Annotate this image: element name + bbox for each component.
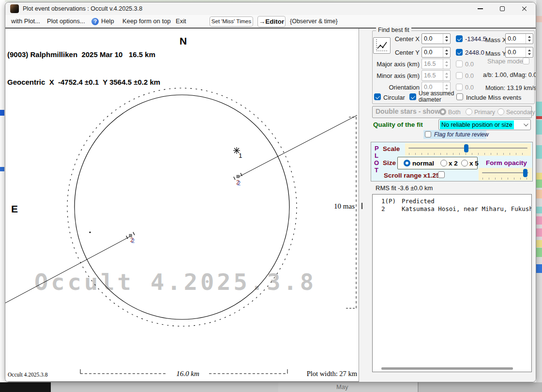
observer-name: Predicted	[402, 197, 435, 205]
title-bar: Plot event observations : Occult v.4.202…	[5, 2, 536, 15]
menu-plot-options[interactable]: Plot options...	[47, 17, 85, 25]
predicted-label: 1	[239, 152, 242, 159]
mass-y-value[interactable]: 0.0	[506, 47, 526, 57]
app-icon	[10, 4, 19, 13]
fit-center-x-checkbox[interactable]	[456, 35, 463, 42]
plot-header: (9003) Ralphmilliken 2025 Mar 10 16.5 km…	[7, 31, 160, 105]
background-app-sliver	[536, 190, 542, 198]
mass-x-input[interactable]: 0.0	[505, 33, 533, 44]
center-x-value[interactable]: 0.0	[422, 34, 443, 44]
footer-version: Occult 4.2025.3.8	[8, 372, 48, 377]
menu-exit[interactable]: Exit	[176, 17, 186, 25]
include-miss-events-checkbox[interactable]	[456, 93, 463, 100]
observer-row[interactable]: 2Katsumasa Hosoi, near Miharu, Fukushima	[381, 205, 532, 212]
error-bar-tick	[234, 177, 235, 180]
fit-major-axis-checkbox[interactable]	[456, 60, 463, 67]
minimize-button[interactable]	[469, 2, 491, 15]
size-label: Size	[383, 159, 396, 166]
center-y-label: Center Y	[389, 49, 420, 56]
set-miss-times-button[interactable]: Set 'Miss' Times	[210, 16, 253, 27]
scale-label: Scale	[383, 145, 400, 152]
background-app-sliver	[536, 16, 542, 22]
background-app-sliver	[536, 102, 542, 116]
mass-x-label: Mass X	[485, 36, 506, 44]
center-y-value[interactable]: 0.0	[422, 47, 443, 57]
center-x-label: Center X	[389, 35, 420, 43]
menu-keep-on-top[interactable]: Keep form on top	[122, 17, 171, 25]
spin-down-icon[interactable]	[528, 40, 531, 42]
fit-orientation-checkbox[interactable]	[456, 84, 463, 90]
slider-thumb[interactable]	[523, 169, 527, 177]
minor-axis-input[interactable]: 16.5	[422, 70, 451, 81]
observer-row[interactable]: 1(P)Predicted	[381, 197, 435, 205]
background-app-sliver	[536, 120, 542, 135]
major-axis-value: 16.5	[422, 59, 443, 69]
plot-letter-o: O	[374, 159, 379, 166]
double-stars-both-radio[interactable]	[439, 108, 446, 115]
center-y-input[interactable]: 0.0	[422, 47, 451, 58]
flag-review-label: Flag for future review	[434, 131, 489, 138]
slider-track	[482, 172, 528, 173]
menu-with-plot[interactable]: with Plot...	[11, 17, 40, 25]
background-strip-left	[0, 0, 5, 382]
observer-name: Katsumasa Hosoi, near Miharu, Fukushima	[402, 205, 532, 212]
form-opacity-slider[interactable]	[479, 168, 532, 181]
spin-down-icon[interactable]	[445, 40, 448, 42]
size-x2-radio[interactable]	[440, 160, 447, 166]
scroll-range-checkbox[interactable]	[438, 171, 445, 178]
rms-fit-label: RMS fit -3.6 ±0.0 km	[376, 184, 433, 192]
center-x-input[interactable]: 0.0	[422, 33, 451, 44]
plot-letter-l: L	[375, 152, 378, 159]
minor-axis-fit-value: 0.0	[465, 72, 474, 79]
spin-up-icon[interactable]	[528, 49, 531, 51]
spin-down-icon[interactable]	[528, 53, 531, 55]
scale-slider[interactable]	[405, 143, 531, 156]
north-label: N	[180, 35, 187, 47]
help-icon	[91, 18, 99, 25]
observer-list[interactable]: 1(P)Predicted 2Katsumasa Hosoi, near Mih…	[372, 194, 532, 372]
disappearance-marker	[237, 175, 240, 178]
spin-up-icon[interactable]	[445, 36, 448, 38]
use-assumed-diameter-checkbox[interactable]	[409, 93, 416, 100]
use-assumed-diameter-label: Use assumed diameter	[419, 90, 454, 103]
circular-checkbox[interactable]	[374, 93, 381, 100]
app-window: Plot event observations : Occult v.4.202…	[5, 2, 536, 382]
shape-model-checkbox[interactable]	[523, 58, 529, 64]
plot-letter-p: P	[375, 145, 379, 152]
quality-of-fit-select[interactable]: No reliable position or size	[438, 119, 531, 130]
flag-review-checkbox[interactable]	[425, 131, 431, 137]
observer-id: 2	[381, 205, 402, 212]
major-axis-label: Major axis (km)	[374, 60, 420, 68]
fit-center-y-checkbox[interactable]	[456, 49, 463, 56]
menu-help[interactable]: Help	[101, 17, 114, 25]
fit-plot-button[interactable]	[373, 37, 391, 54]
spin-down-icon[interactable]	[445, 53, 448, 55]
mass-y-input[interactable]: 0.0	[505, 47, 533, 58]
fit-minor-axis-checkbox[interactable]	[456, 72, 463, 79]
major-axis-input[interactable]: 16.5	[422, 59, 451, 69]
maximize-button[interactable]	[491, 2, 513, 15]
spin-up-icon[interactable]	[445, 49, 448, 51]
plot-area: Occult 4.2025.3.8 2 2 2 2	[5, 29, 359, 382]
background-app-sliver	[536, 173, 542, 180]
include-miss-events-label: Include Miss events	[466, 94, 521, 101]
double-stars-primary-radio[interactable]	[466, 108, 472, 115]
center-y-fit-value: 2448.0	[465, 49, 484, 56]
close-button[interactable]	[513, 2, 536, 15]
background-app-sliver	[0, 110, 4, 116]
control-panel: Find best fit Center X 0.0 -1344.5 Mass …	[360, 29, 536, 382]
find-best-fit-title: Find best fit	[376, 27, 411, 33]
chord-label-r2: 2	[131, 237, 135, 244]
major-axis-fit-value: 0.0	[465, 60, 474, 68]
spin-up-icon[interactable]	[528, 36, 531, 38]
horizontal-scrollbar[interactable]	[381, 367, 513, 370]
size-normal-radio[interactable]	[404, 160, 410, 166]
plot-header-line2: Geocentric X -4752.4 ±0.1 Y 3564.5 ±0.2 …	[7, 77, 160, 87]
double-stars-both-label: Both	[448, 109, 461, 116]
editor-button[interactable]: →Editor	[257, 16, 286, 27]
mass-x-value[interactable]: 0.0	[506, 34, 526, 44]
double-stars-secondary-radio[interactable]	[497, 108, 504, 115]
mas-edge-tick	[361, 203, 362, 209]
slider-thumb[interactable]	[464, 144, 468, 152]
size-x5-radio[interactable]	[461, 160, 468, 166]
